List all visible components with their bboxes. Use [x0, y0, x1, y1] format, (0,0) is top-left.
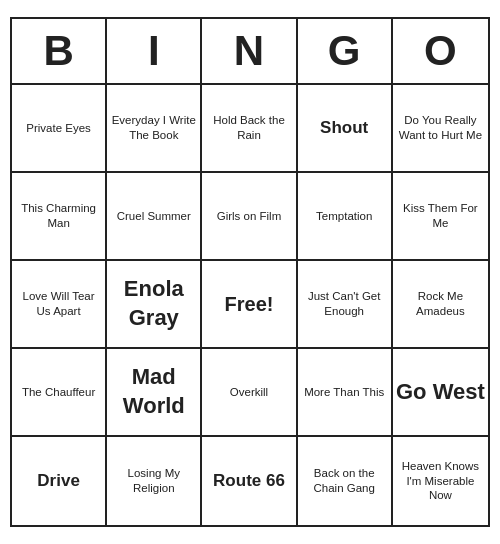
- bingo-cell-13: Just Can't Get Enough: [298, 261, 393, 349]
- bingo-cell-8: Temptation: [298, 173, 393, 261]
- bingo-cell-19: Go West: [393, 349, 488, 437]
- bingo-cell-15: The Chauffeur: [12, 349, 107, 437]
- bingo-cell-20: Drive: [12, 437, 107, 525]
- bingo-cell-9: Kiss Them For Me: [393, 173, 488, 261]
- bingo-cell-4: Do You Really Want to Hurt Me: [393, 85, 488, 173]
- bingo-cell-14: Rock Me Amadeus: [393, 261, 488, 349]
- bingo-letter-n: N: [202, 19, 297, 83]
- bingo-cell-6: Cruel Summer: [107, 173, 202, 261]
- bingo-cell-24: Heaven Knows I'm Miserable Now: [393, 437, 488, 525]
- bingo-cell-21: Losing My Religion: [107, 437, 202, 525]
- bingo-grid: Private EyesEveryday I Write The BookHol…: [12, 85, 488, 525]
- bingo-cell-5: This Charming Man: [12, 173, 107, 261]
- bingo-cell-18: More Than This: [298, 349, 393, 437]
- bingo-card: BINGO Private EyesEveryday I Write The B…: [10, 17, 490, 527]
- bingo-cell-7: Girls on Film: [202, 173, 297, 261]
- bingo-cell-10: Love Will Tear Us Apart: [12, 261, 107, 349]
- bingo-cell-2: Hold Back the Rain: [202, 85, 297, 173]
- bingo-letter-i: I: [107, 19, 202, 83]
- bingo-cell-0: Private Eyes: [12, 85, 107, 173]
- bingo-cell-12: Free!: [202, 261, 297, 349]
- bingo-cell-1: Everyday I Write The Book: [107, 85, 202, 173]
- bingo-cell-23: Back on the Chain Gang: [298, 437, 393, 525]
- bingo-letter-b: B: [12, 19, 107, 83]
- bingo-cell-16: Mad World: [107, 349, 202, 437]
- bingo-cell-17: Overkill: [202, 349, 297, 437]
- bingo-cell-3: Shout: [298, 85, 393, 173]
- bingo-letter-o: O: [393, 19, 488, 83]
- bingo-header: BINGO: [12, 19, 488, 85]
- bingo-cell-11: Enola Gray: [107, 261, 202, 349]
- bingo-cell-22: Route 66: [202, 437, 297, 525]
- bingo-letter-g: G: [298, 19, 393, 83]
